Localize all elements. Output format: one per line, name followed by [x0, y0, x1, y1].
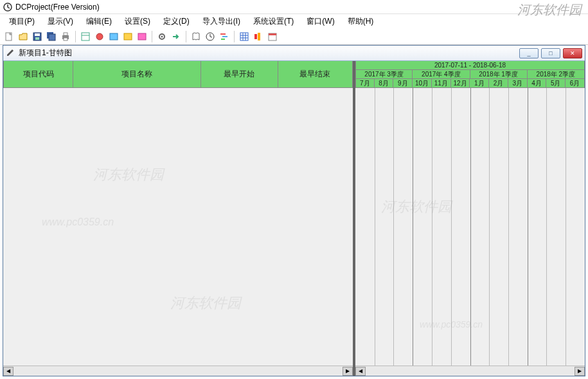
clock-icon[interactable] [204, 30, 217, 43]
new-file-icon[interactable] [3, 30, 15, 43]
child-window-title: 新项目1-甘特图 [19, 48, 72, 58]
toolbar-separator [75, 31, 76, 42]
watermark-text: 河东软件园 [381, 197, 452, 216]
view-icon-3[interactable] [107, 30, 120, 43]
left-grid-body[interactable]: 河东软件园 www.pc0359.cn 河东软件园 [3, 88, 353, 366]
gantt-window: 新项目1-甘特图 _ □ ✕ 项目代码 项目名称 最早开始 最早结束 河东软件园… [3, 45, 585, 376]
svg-rect-27 [254, 34, 257, 39]
svg-rect-8 [64, 33, 67, 35]
col-header-code[interactable]: 项目代码 [3, 61, 73, 88]
svg-rect-21 [221, 39, 225, 40]
watermark-url: www.pc0359.cn [42, 216, 114, 228]
print-icon[interactable] [59, 30, 72, 43]
save-icon[interactable] [31, 30, 44, 43]
svg-rect-19 [220, 33, 226, 35]
app-title: DCProject(Free Version) [15, 3, 100, 12]
timeline-quarter: 2017年 4季度 [413, 70, 470, 79]
svg-rect-4 [35, 37, 39, 40]
svg-rect-10 [82, 33, 89, 40]
minimize-button[interactable]: _ [519, 48, 539, 58]
left-grid-pane: 项目代码 项目名称 最早开始 最早结束 河东软件园 www.pc0359.cn … [3, 61, 355, 376]
svg-point-12 [96, 33, 103, 40]
left-horizontal-scrollbar[interactable]: ◀ ▶ [3, 366, 353, 376]
gantt-icon[interactable] [218, 30, 231, 43]
svg-rect-15 [138, 33, 146, 40]
col-header-earliest-start[interactable]: 最早开始 [201, 61, 278, 88]
svg-rect-28 [258, 33, 260, 40]
settings-icon[interactable] [156, 30, 168, 43]
calendar-icon[interactable] [266, 30, 279, 43]
timeline-quarter: 2018年 1季度 [470, 70, 528, 79]
timeline-month: 6月 [566, 79, 585, 88]
svg-rect-13 [110, 33, 118, 40]
menu-bar: 项目(P) 显示(V) 编辑(E) 设置(S) 定义(D) 导入导出(I) 系统… [0, 14, 588, 28]
book-icon[interactable] [190, 30, 202, 43]
arrow-icon[interactable] [170, 30, 183, 43]
timeline-header: 2017-07-11 - 2018-06-18 2017年 3季度 2017年 … [355, 61, 585, 88]
close-button[interactable]: ✕ [563, 48, 582, 58]
toolbar-separator [152, 31, 152, 42]
svg-rect-6 [49, 34, 55, 40]
svg-rect-3 [35, 33, 40, 36]
scroll-right-icon[interactable]: ▶ [575, 367, 585, 376]
svg-rect-22 [240, 33, 248, 40]
menu-edit[interactable]: 编辑(E) [80, 15, 118, 28]
maximize-button[interactable]: □ [541, 48, 560, 58]
timeline-month: 12月 [451, 79, 470, 88]
menu-settings[interactable]: 设置(S) [118, 15, 157, 28]
svg-rect-14 [124, 33, 132, 40]
timeline-month: 5月 [546, 79, 566, 88]
view-icon-4[interactable] [121, 30, 134, 43]
child-window-title-bar[interactable]: 新项目1-甘特图 _ □ ✕ [3, 46, 585, 61]
scroll-right-icon[interactable]: ▶ [343, 367, 353, 376]
timeline-month: 8月 [375, 79, 394, 88]
open-folder-icon[interactable] [17, 30, 30, 43]
scroll-left-icon[interactable]: ◀ [355, 367, 366, 376]
col-header-earliest-end[interactable]: 最早结束 [278, 61, 353, 88]
svg-rect-20 [222, 36, 227, 37]
col-header-name[interactable]: 项目名称 [73, 61, 201, 88]
right-horizontal-scrollbar[interactable]: ◀ ▶ [355, 366, 585, 376]
menu-view[interactable]: 显示(V) [41, 15, 80, 28]
timeline-pane: 2017-07-11 - 2018-06-18 2017年 3季度 2017年 … [355, 61, 585, 376]
title-bar: DCProject(Free Version) [0, 0, 588, 14]
timeline-month: 10月 [413, 79, 432, 88]
grid-icon[interactable] [238, 30, 251, 43]
view-icon-5[interactable] [136, 30, 148, 43]
timeline-range-label: 2017-07-11 - 2018-06-18 [355, 61, 585, 70]
svg-rect-30 [269, 33, 276, 35]
timeline-month: 4月 [528, 79, 547, 88]
left-grid-header: 项目代码 项目名称 最早开始 最早结束 [3, 61, 353, 88]
menu-import-export[interactable]: 导入导出(I) [196, 15, 247, 28]
menu-define[interactable]: 定义(D) [157, 15, 196, 28]
scroll-left-icon[interactable]: ◀ [3, 367, 13, 376]
timeline-month: 3月 [508, 79, 528, 88]
svg-point-17 [161, 35, 163, 37]
watermark-text: 河东软件园 [170, 294, 241, 313]
menu-project[interactable]: 项目(P) [3, 15, 41, 28]
resource-icon[interactable] [252, 30, 265, 43]
timeline-month: 7月 [355, 79, 375, 88]
menu-window[interactable]: 窗口(W) [300, 15, 341, 28]
view-icon-1[interactable] [79, 30, 92, 43]
timeline-month: 1月 [470, 79, 489, 88]
timeline-month: 9月 [393, 79, 413, 88]
svg-rect-9 [64, 38, 67, 40]
timeline-quarter: 2017年 3季度 [355, 70, 413, 79]
toolbar-separator [234, 31, 235, 42]
view-icon-2[interactable] [93, 30, 106, 43]
timeline-month: 2月 [489, 79, 508, 88]
save-all-icon[interactable] [45, 30, 58, 43]
menu-system-settings[interactable]: 系统设置(T) [247, 15, 300, 28]
app-icon [3, 2, 13, 12]
edit-icon [6, 48, 16, 58]
toolbar [0, 28, 588, 45]
watermark-text: 河东软件园 [93, 165, 164, 184]
timeline-body[interactable]: 河东软件园 www.pc0359.cn [355, 88, 585, 366]
timeline-month: 11月 [432, 79, 451, 88]
menu-help[interactable]: 帮助(H) [341, 15, 380, 28]
timeline-quarter: 2018年 2季度 [528, 70, 585, 79]
toolbar-separator [186, 31, 186, 42]
